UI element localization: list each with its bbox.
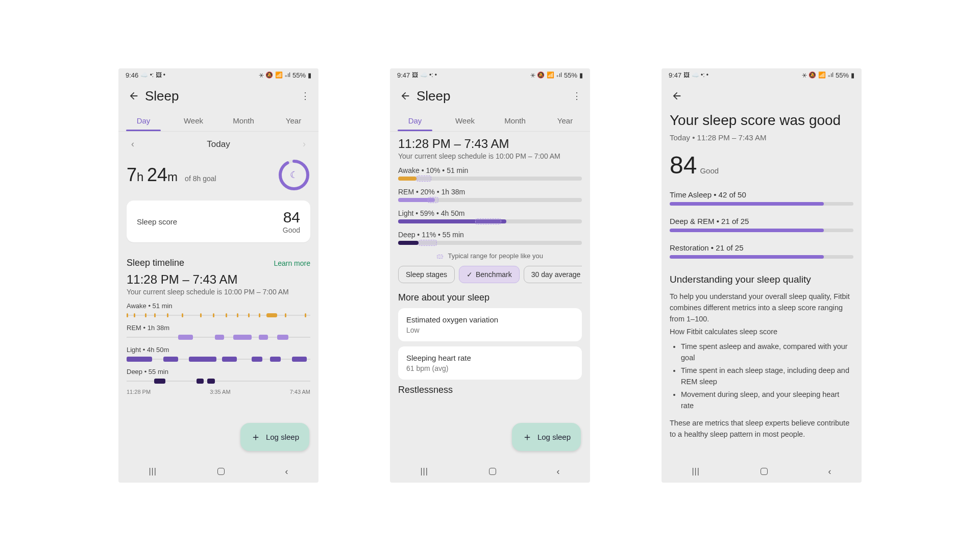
statusbar: 9:46 ☁️ •: 🖼 • ⚹ 🔕 📶 ₊ıl 55% ▮ (118, 68, 318, 82)
stage-rem-label: REM • 1h 38m (127, 324, 310, 332)
status-icons-right: ⚹ 🔕 📶 ₊ıl (802, 71, 834, 79)
score-subtitle: Today • 11:28 PM – 7:43 AM (670, 133, 853, 142)
plus-icon: ＋ (522, 430, 532, 444)
understanding-p2: How Fitbit calculates sleep score (670, 327, 853, 338)
tab-week[interactable]: Week (440, 110, 490, 131)
tab-year[interactable]: Year (268, 110, 318, 131)
time-ticks: 11:28 PM 3:35 AM 7:43 AM (127, 389, 310, 395)
stages-benchmark: Awake • 10% • 51 minREM • 20% • 1h 38mLi… (398, 166, 582, 245)
stage-awake-label: Awake • 51 min (127, 302, 310, 310)
bullet-item: Time spent in each sleep stage, includin… (681, 365, 853, 388)
home-button[interactable] (217, 468, 225, 475)
next-day-button[interactable]: › (298, 139, 310, 149)
recents-button[interactable]: ||| (692, 467, 699, 476)
tab-day[interactable]: Day (390, 110, 440, 131)
back-button[interactable] (397, 88, 413, 104)
status-icons-right: ⚹ 🔕 📶 ₊ıl (259, 71, 290, 79)
metric-bar (670, 202, 853, 206)
recents-button[interactable]: ||| (149, 467, 156, 476)
time-range-tabs: Day Week Month Year (118, 110, 318, 132)
score-metric: Restoration • 21 of 25 (670, 243, 853, 259)
metric-bar (670, 255, 853, 259)
log-sleep-button[interactable]: ＋ Log sleep (512, 423, 581, 451)
stage-light-label: Light • 4h 50m (127, 346, 310, 354)
prev-day-button[interactable]: ‹ (127, 139, 139, 149)
clock: 9:47 (397, 71, 410, 79)
clock: 9:46 (126, 71, 138, 79)
oxygen-variation-card[interactable]: Estimated oxygen variation Low (398, 308, 582, 341)
tab-month[interactable]: Month (218, 110, 268, 131)
sleep-range: 11:28 PM – 7:43 AM (127, 272, 310, 287)
sys-back-button[interactable]: ‹ (285, 466, 288, 477)
score-metrics: Time Asleep • 42 of 50Deep & REM • 21 of… (670, 190, 853, 259)
chip-benchmark-label: Benchmark (476, 270, 512, 279)
chip-sleep-stages[interactable]: Sleep stages (398, 266, 455, 283)
metric-bar (670, 229, 853, 232)
overflow-menu-button[interactable]: ⋮ (299, 90, 311, 102)
back-button[interactable] (126, 88, 142, 104)
sleep-score-value: 84 (283, 209, 300, 226)
stage-awake-row (127, 311, 310, 320)
legend-swatch-icon (437, 255, 443, 259)
sleep-schedule-note: Your current sleep schedule is 10:00 PM … (398, 152, 582, 160)
timeline-chart: Awake • 51 min REM • 1h 38m Light • 4h 5… (127, 302, 310, 395)
score-number: 84 (670, 152, 697, 179)
tab-day[interactable]: Day (118, 110, 168, 131)
system-navbar: ||| ‹ (390, 460, 590, 483)
statusbar: 9:47 🖼 ☁️ •: • ⚹ 🔕 📶 ₊ıl 55% ▮ (662, 68, 862, 82)
sleep-range: 11:28 PM – 7:43 AM (398, 137, 582, 151)
timeline-header: Sleep timeline Learn more (127, 258, 310, 268)
battery-icon: ▮ (579, 71, 583, 79)
oxy-title: Estimated oxygen variation (406, 315, 574, 324)
timeline-title: Sleep timeline (127, 258, 184, 268)
tab-year[interactable]: Year (540, 110, 590, 131)
page-title: Sleep (145, 88, 299, 104)
stage-bar (398, 241, 582, 245)
sleep-score-label: Sleep score (137, 217, 177, 226)
stage-rem-row (127, 333, 310, 342)
stage-bar (398, 177, 582, 181)
stage-rem: REM • 20% • 1h 38m (398, 188, 582, 202)
home-button[interactable] (761, 468, 768, 475)
tick-start: 11:28 PM (127, 389, 151, 395)
sleep-goal-text: of 8h goal (185, 174, 216, 183)
tick-mid: 3:35 AM (210, 389, 230, 395)
metric-label: Deep & REM • 21 of 25 (670, 217, 853, 226)
stage-light: Light • 59% • 4h 50m (398, 209, 582, 223)
sleep-score-card[interactable]: Sleep score 84 Good (127, 201, 310, 242)
metric-label: Time Asleep • 42 of 50 (670, 190, 853, 199)
sleeping-heart-rate-card[interactable]: Sleeping heart rate 61 bpm (avg) (398, 346, 582, 380)
sys-back-button[interactable]: ‹ (557, 466, 560, 477)
score-metric: Deep & REM • 21 of 25 (670, 217, 853, 232)
bullet-item: Movement during sleep, and your sleeping… (681, 389, 853, 412)
battery-text: 55% (292, 71, 306, 79)
learn-more-link[interactable]: Learn more (274, 259, 310, 267)
back-arrow-icon (400, 90, 411, 102)
plus-icon: ＋ (251, 430, 261, 444)
app-header (662, 82, 862, 110)
stage-label: REM • 20% • 1h 38m (398, 188, 582, 196)
home-button[interactable] (489, 468, 496, 475)
moon-icon: ☾ (290, 169, 298, 181)
fab-label: Log sleep (266, 433, 299, 441)
chip-30-day-avg[interactable]: 30 day average (524, 266, 582, 283)
more-about-title: More about your sleep (398, 292, 582, 303)
stage-bar (398, 198, 582, 202)
understanding-p1: To help you understand your overall slee… (670, 291, 853, 324)
stage-bar (398, 219, 582, 223)
app-header: Sleep ⋮ (118, 82, 318, 110)
calc-bullets: Time spent asleep and awake, compared wi… (681, 341, 853, 412)
log-sleep-button[interactable]: ＋ Log sleep (240, 423, 309, 451)
tab-week[interactable]: Week (168, 110, 218, 131)
phone-screen-1: 9:46 ☁️ •: 🖼 • ⚹ 🔕 📶 ₊ıl 55% ▮ Sleep ⋮ D… (118, 68, 318, 483)
overflow-menu-button[interactable]: ⋮ (571, 90, 583, 102)
sys-back-button[interactable]: ‹ (828, 466, 831, 477)
back-button[interactable] (669, 88, 685, 104)
stage-deep: Deep • 11% • 55 min (398, 231, 582, 245)
battery-text: 55% (836, 71, 849, 79)
phone-screen-2: 9:47 🖼 ☁️ •: • ⚹ 🔕 📶 ₊ıl 55% ▮ Sleep ⋮ D… (390, 68, 590, 483)
tab-month[interactable]: Month (490, 110, 540, 131)
chip-benchmark[interactable]: ✓ Benchmark (459, 266, 520, 283)
recents-button[interactable]: ||| (420, 467, 428, 476)
status-icons-left: ☁️ •: 🖼 • (140, 71, 165, 79)
